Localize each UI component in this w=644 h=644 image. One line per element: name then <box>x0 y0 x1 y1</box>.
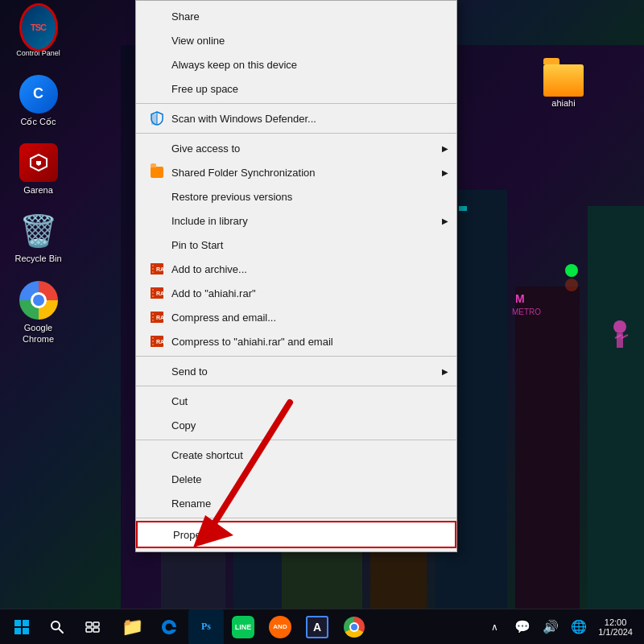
svg-rect-45 <box>152 316 154 318</box>
svg-rect-59 <box>23 628 29 634</box>
taskbar-line[interactable]: LINE <box>225 609 261 645</box>
taskbar-photoshop[interactable]: Ps <box>188 609 224 645</box>
svg-rect-52 <box>152 344 154 345</box>
taskbar-and[interactable]: AND <box>262 609 298 645</box>
menu-item-send-to[interactable]: Send to <box>136 359 456 383</box>
taskbar-edge[interactable] <box>151 609 187 645</box>
taskbar-tray: ∧ 💬 🔊 🌐 12:001/1/2024 <box>482 609 640 645</box>
menu-item-rename[interactable]: Rename <box>136 491 456 515</box>
svg-text:RAR: RAR <box>156 339 164 345</box>
tray-network[interactable]: 🌐 <box>567 609 591 645</box>
recycle-bin-icon[interactable]: 🗑️ Recycle Bin <box>8 208 68 268</box>
desktop: M METRO TSC Control Panel C <box>0 0 644 644</box>
tsc-logo: TSC <box>19 3 58 52</box>
svg-rect-19 <box>459 206 467 211</box>
windows-defender-icon <box>149 110 165 126</box>
svg-rect-63 <box>93 622 99 626</box>
free-space-icon <box>149 80 165 97</box>
separator-6 <box>136 518 456 518</box>
send-to-icon <box>149 363 165 379</box>
menu-item-copy[interactable]: Copy <box>136 413 456 437</box>
separator-3 <box>136 356 456 357</box>
taskbar-font-app[interactable]: A <box>299 609 335 645</box>
svg-rect-62 <box>86 622 92 626</box>
svg-rect-40 <box>152 295 154 297</box>
menu-item-restore[interactable]: Restore previous versions <box>136 184 456 208</box>
menu-item-shared-folder[interactable]: Shared Folder Synchronization <box>136 160 456 184</box>
svg-rect-64 <box>86 628 92 632</box>
rename-icon <box>149 495 165 511</box>
chrome-icon[interactable]: Google Chrome <box>8 277 68 349</box>
menu-item-give-access[interactable]: Give access to <box>136 136 456 160</box>
restore-icon <box>149 188 165 204</box>
tray-notification[interactable]: 💬 <box>510 609 535 645</box>
menu-item-share[interactable]: Share <box>136 4 456 28</box>
menu-item-scan-defender[interactable]: Scan with Windows Defender... <box>136 106 456 130</box>
svg-rect-6 <box>515 287 580 609</box>
menu-item-free-up-space[interactable]: Free up space <box>136 76 456 101</box>
menu-item-view-online[interactable]: View online <box>136 28 456 52</box>
menu-item-cut[interactable]: Cut <box>136 389 456 413</box>
start-button[interactable] <box>4 609 39 645</box>
menu-item-include-library[interactable]: Include in library <box>136 208 456 233</box>
menu-item-properties[interactable]: Properties <box>136 521 456 548</box>
taskbar-file-explorer[interactable]: 📁 <box>114 609 150 645</box>
separator-5 <box>136 440 456 440</box>
always-keep-icon <box>149 56 165 72</box>
taskbar: 📁 Ps LINE AND <box>0 609 644 644</box>
tray-volume[interactable]: 🔊 <box>539 609 563 645</box>
taskbar-chrome[interactable] <box>336 609 372 645</box>
coccoc-label: Cốc Cốc <box>21 116 56 127</box>
svg-rect-32 <box>152 265 154 266</box>
garena-label: Garena <box>23 184 53 196</box>
recycle-bin-logo: 🗑️ <box>19 213 57 249</box>
control-panel-icon[interactable]: TSC Control Panel <box>8 4 68 63</box>
menu-item-compress-email[interactable]: RAR Compress and email... <box>136 305 456 329</box>
separator-2 <box>136 133 456 134</box>
task-view-button[interactable] <box>75 609 110 645</box>
rar-add-icon: RAR <box>149 261 165 277</box>
garena-svg <box>27 151 51 175</box>
svg-rect-44 <box>152 313 154 315</box>
recycle-bin-label: Recycle Bin <box>14 253 61 264</box>
svg-rect-56 <box>14 620 21 626</box>
menu-item-pin-start[interactable]: Pin to Start <box>136 233 456 257</box>
garena-logo <box>19 143 58 182</box>
menu-item-delete[interactable]: Delete <box>136 467 456 491</box>
garena-icon[interactable]: Garena <box>8 139 68 200</box>
coccoc-icon[interactable]: C Cốc Cốc <box>8 71 68 131</box>
search-icon <box>50 620 64 634</box>
desktop-icon-list: TSC Control Panel C Cốc Cốc <box>8 0 68 349</box>
menu-item-create-shortcut[interactable]: Create shortcut <box>136 443 456 467</box>
svg-rect-50 <box>152 337 154 339</box>
delete-icon <box>149 471 165 487</box>
search-button[interactable] <box>39 609 75 645</box>
svg-text:RAR: RAR <box>156 266 164 272</box>
svg-point-25 <box>613 320 626 333</box>
edge-icon <box>159 617 179 637</box>
svg-rect-7 <box>588 206 644 609</box>
menu-item-compress-rar-email[interactable]: RAR Compress to "ahiahi.rar" and email <box>136 329 456 353</box>
tray-chevron[interactable]: ∧ <box>482 609 506 645</box>
windows-logo <box>14 619 30 635</box>
properties-icon <box>151 526 167 543</box>
chrome-label: Google Chrome <box>12 322 64 345</box>
menu-item-add-archive[interactable]: RAR Add to archive... <box>136 257 456 281</box>
tray-clock[interactable]: 12:001/1/2024 <box>595 609 636 645</box>
copy-icon <box>149 417 165 433</box>
menu-item-always-keep[interactable]: Always keep on this device <box>136 52 456 76</box>
svg-rect-65 <box>93 628 99 632</box>
menu-item-add-rar[interactable]: RAR Add to "ahiahi.rar" <box>136 281 456 305</box>
separator-1 <box>136 103 456 104</box>
library-icon <box>149 213 165 229</box>
svg-rect-58 <box>14 628 21 634</box>
task-view-icon <box>85 620 100 634</box>
ahiahi-folder[interactable]: ahiahi <box>539 64 588 109</box>
chrome-logo <box>19 281 58 320</box>
svg-rect-33 <box>152 268 154 270</box>
share-icon <box>149 8 165 24</box>
svg-rect-51 <box>152 341 154 342</box>
coccoc-logo: C <box>19 75 58 114</box>
shared-folder-icon <box>149 164 165 180</box>
cut-icon <box>149 393 165 409</box>
